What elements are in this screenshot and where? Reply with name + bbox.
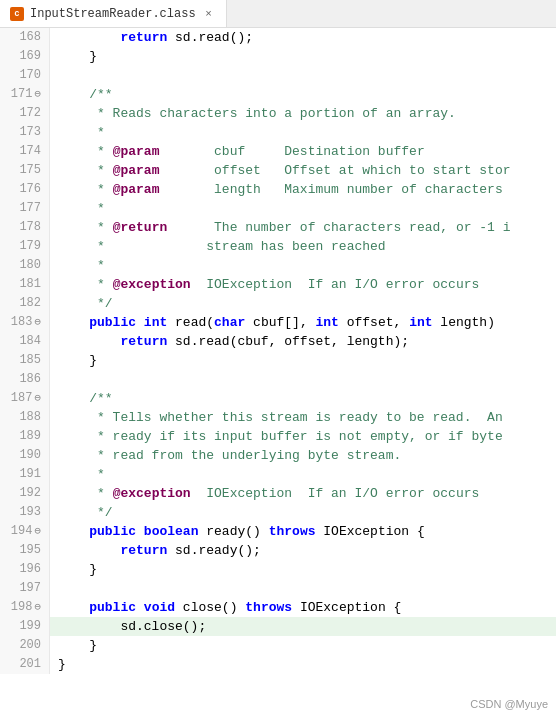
code-line: 192 * @exception IOException If an I/O e… — [0, 484, 556, 503]
code-line: 199 sd.close(); — [0, 617, 556, 636]
line-number: 181 — [0, 275, 50, 294]
tab-inputstreamreader[interactable]: c InputStreamReader.class × — [0, 0, 227, 27]
code-line: 175 * @param offset Offset at which to s… — [0, 161, 556, 180]
tab-close-button[interactable]: × — [202, 7, 216, 21]
line-number: 186 — [0, 370, 50, 389]
code-line: 186 — [0, 370, 556, 389]
line-content: * @param length Maximum number of charac… — [50, 180, 556, 199]
line-number: 198⊖ — [0, 598, 50, 617]
code-line: 201} — [0, 655, 556, 674]
tab-bar: c InputStreamReader.class × — [0, 0, 556, 28]
line-number: 175 — [0, 161, 50, 180]
code-line: 182 */ — [0, 294, 556, 313]
line-content — [50, 579, 556, 598]
line-content: * ready if its input buffer is not empty… — [50, 427, 556, 446]
code-line: 168 return sd.read(); — [0, 28, 556, 47]
line-content: * — [50, 199, 556, 218]
code-line: 174 * @param cbuf Destination buffer — [0, 142, 556, 161]
line-content: * @exception IOException If an I/O error… — [50, 484, 556, 503]
code-line: 171⊖ /** — [0, 85, 556, 104]
line-number: 184 — [0, 332, 50, 351]
line-number: 177 — [0, 199, 50, 218]
code-line: 198⊖ public void close() throws IOExcept… — [0, 598, 556, 617]
code-line: 188 * Tells whether this stream is ready… — [0, 408, 556, 427]
code-line: 178 * @return The number of characters r… — [0, 218, 556, 237]
code-line: 177 * — [0, 199, 556, 218]
line-number: 173 — [0, 123, 50, 142]
line-number: 176 — [0, 180, 50, 199]
line-content: } — [50, 47, 556, 66]
line-number: 195 — [0, 541, 50, 560]
line-content: * @param offset Offset at which to start… — [50, 161, 556, 180]
code-line: 187⊖ /** — [0, 389, 556, 408]
line-number: 180 — [0, 256, 50, 275]
line-number: 168 — [0, 28, 50, 47]
line-content: return sd.ready(); — [50, 541, 556, 560]
line-content: * stream has been reached — [50, 237, 556, 256]
line-content: * read from the underlying byte stream. — [50, 446, 556, 465]
code-line: 195 return sd.ready(); — [0, 541, 556, 560]
line-number: 200 — [0, 636, 50, 655]
line-content: /** — [50, 389, 556, 408]
line-content: } — [50, 351, 556, 370]
line-number: 190 — [0, 446, 50, 465]
line-number: 182 — [0, 294, 50, 313]
line-content: * — [50, 256, 556, 275]
line-content: return sd.read(cbuf, offset, length); — [50, 332, 556, 351]
code-line: 191 * — [0, 465, 556, 484]
line-content: * @exception IOException If an I/O error… — [50, 275, 556, 294]
line-content: * — [50, 465, 556, 484]
line-number: 188 — [0, 408, 50, 427]
line-content: * @return The number of characters read,… — [50, 218, 556, 237]
line-content: } — [50, 560, 556, 579]
watermark: CSDN @Myuye — [470, 698, 548, 710]
line-number: 172 — [0, 104, 50, 123]
line-content: sd.close(); — [50, 617, 556, 636]
line-number: 185 — [0, 351, 50, 370]
code-line: 194⊖ public boolean ready() throws IOExc… — [0, 522, 556, 541]
code-line: 184 return sd.read(cbuf, offset, length)… — [0, 332, 556, 351]
line-number: 197 — [0, 579, 50, 598]
line-content: * @param cbuf Destination buffer — [50, 142, 556, 161]
line-content — [50, 66, 556, 85]
code-line: 170 — [0, 66, 556, 85]
code-line: 196 } — [0, 560, 556, 579]
line-content: public boolean ready() throws IOExceptio… — [50, 522, 556, 541]
line-number: 194⊖ — [0, 522, 50, 541]
line-content: return sd.read(); — [50, 28, 556, 47]
code-line: 180 * — [0, 256, 556, 275]
line-content: */ — [50, 294, 556, 313]
line-number: 183⊖ — [0, 313, 50, 332]
code-line: 193 */ — [0, 503, 556, 522]
line-number: 174 — [0, 142, 50, 161]
line-number: 187⊖ — [0, 389, 50, 408]
line-number: 178 — [0, 218, 50, 237]
line-content — [50, 370, 556, 389]
code-editor: 168 return sd.read();169 }170171⊖ /**172… — [0, 28, 556, 714]
file-icon: c — [10, 7, 24, 21]
line-content: /** — [50, 85, 556, 104]
tab-label: InputStreamReader.class — [30, 7, 196, 21]
code-line: 190 * read from the underlying byte stre… — [0, 446, 556, 465]
code-line: 185 } — [0, 351, 556, 370]
code-line: 183⊖ public int read(char cbuf[], int of… — [0, 313, 556, 332]
code-line: 200 } — [0, 636, 556, 655]
line-content: * Reads characters into a portion of an … — [50, 104, 556, 123]
line-number: 201 — [0, 655, 50, 674]
line-content: * — [50, 123, 556, 142]
line-number: 199 — [0, 617, 50, 636]
line-content: } — [50, 655, 556, 674]
line-content: public void close() throws IOException { — [50, 598, 556, 617]
line-number: 169 — [0, 47, 50, 66]
line-number: 191 — [0, 465, 50, 484]
code-line: 179 * stream has been reached — [0, 237, 556, 256]
line-number: 170 — [0, 66, 50, 85]
line-number: 171⊖ — [0, 85, 50, 104]
line-number: 189 — [0, 427, 50, 446]
code-line: 197 — [0, 579, 556, 598]
line-number: 196 — [0, 560, 50, 579]
line-number: 192 — [0, 484, 50, 503]
line-content: */ — [50, 503, 556, 522]
code-line: 181 * @exception IOException If an I/O e… — [0, 275, 556, 294]
code-line: 176 * @param length Maximum number of ch… — [0, 180, 556, 199]
